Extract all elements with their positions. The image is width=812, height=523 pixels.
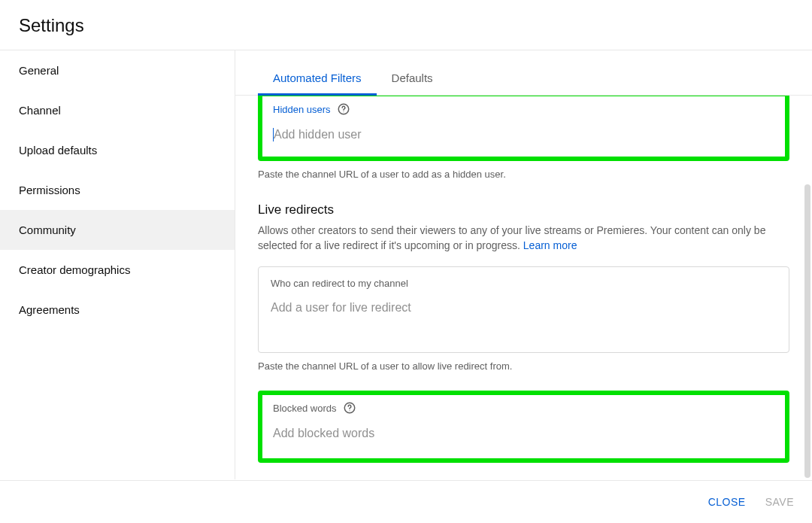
save-button[interactable]: SAVE bbox=[765, 496, 794, 508]
blocked-words-label: Blocked words bbox=[273, 403, 337, 414]
hidden-users-box: Hidden users bbox=[258, 96, 789, 161]
blocked-words-input[interactable] bbox=[273, 427, 774, 440]
settings-sidebar: General Channel Upload defaults Permissi… bbox=[0, 50, 235, 479]
hidden-users-input[interactable] bbox=[273, 128, 774, 141]
tab-automated-filters[interactable]: Automated Filters bbox=[258, 59, 377, 95]
live-redirects-section: Live redirects Allows other creators to … bbox=[258, 202, 789, 372]
live-redirects-title: Live redirects bbox=[258, 202, 789, 217]
learn-more-link[interactable]: Learn more bbox=[523, 239, 577, 251]
sidebar-item-general[interactable]: General bbox=[0, 50, 235, 90]
help-icon[interactable] bbox=[343, 401, 356, 415]
page-title: Settings bbox=[19, 15, 793, 36]
scrollbar[interactable] bbox=[804, 184, 810, 478]
tabs: Automated Filters Defaults bbox=[235, 59, 812, 96]
tab-defaults[interactable]: Defaults bbox=[377, 59, 448, 95]
hidden-users-helper: Paste the channel URL of a user to add a… bbox=[258, 169, 789, 180]
live-redirect-field: Who can redirect to my channel bbox=[258, 266, 789, 353]
dialog-footer: CLOSE SAVE bbox=[0, 480, 812, 523]
sidebar-item-channel[interactable]: Channel bbox=[0, 90, 235, 130]
settings-header: Settings bbox=[0, 0, 812, 50]
blocked-words-section: Blocked words bbox=[258, 391, 789, 463]
main-panel: Automated Filters Defaults Hidden users bbox=[235, 50, 812, 479]
blocked-words-box: Blocked words bbox=[258, 391, 789, 463]
sidebar-item-agreements[interactable]: Agreements bbox=[0, 290, 235, 330]
live-redirect-helper: Paste the channel URL of a user to allow… bbox=[258, 360, 789, 372]
hidden-users-label: Hidden users bbox=[273, 104, 331, 115]
live-redirect-input[interactable] bbox=[271, 301, 777, 315]
sidebar-item-community[interactable]: Community bbox=[0, 210, 235, 250]
close-button[interactable]: CLOSE bbox=[708, 496, 746, 508]
sidebar-item-creator-demographics[interactable]: Creator demographics bbox=[0, 250, 235, 290]
live-redirect-label: Who can redirect to my channel bbox=[271, 278, 777, 289]
content-area: Hidden users Paste the channel URL of a … bbox=[235, 96, 812, 479]
sidebar-item-upload-defaults[interactable]: Upload defaults bbox=[0, 130, 235, 170]
sidebar-item-permissions[interactable]: Permissions bbox=[0, 170, 235, 210]
help-icon[interactable] bbox=[337, 102, 350, 116]
live-redirects-description: Allows other creators to send their view… bbox=[258, 223, 789, 253]
svg-point-3 bbox=[349, 410, 350, 411]
svg-point-1 bbox=[343, 111, 344, 112]
